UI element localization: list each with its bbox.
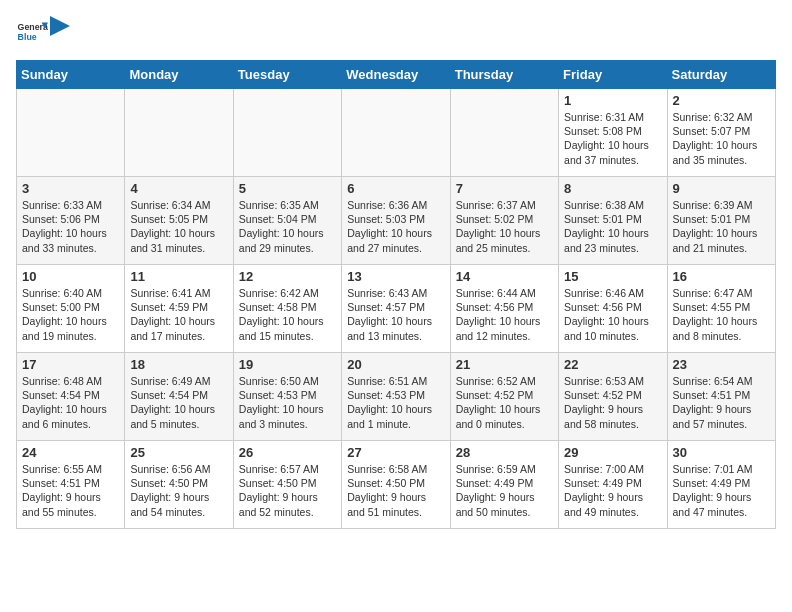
day-detail: and 33 minutes. — [22, 241, 119, 255]
day-detail: Sunrise: 6:43 AM — [347, 286, 444, 300]
calendar-cell: 29Sunrise: 7:00 AMSunset: 4:49 PMDayligh… — [559, 441, 667, 529]
day-detail: Sunset: 4:49 PM — [456, 476, 553, 490]
day-detail: Sunset: 5:00 PM — [22, 300, 119, 314]
day-number: 20 — [347, 357, 444, 372]
day-detail: Daylight: 9 hours — [239, 490, 336, 504]
svg-text:Blue: Blue — [18, 32, 37, 42]
day-detail: Sunrise: 6:58 AM — [347, 462, 444, 476]
day-detail: Daylight: 10 hours — [564, 138, 661, 152]
day-number: 18 — [130, 357, 227, 372]
calendar-cell: 8Sunrise: 6:38 AMSunset: 5:01 PMDaylight… — [559, 177, 667, 265]
day-number: 15 — [564, 269, 661, 284]
day-detail: Sunrise: 6:51 AM — [347, 374, 444, 388]
day-detail: Sunrise: 6:42 AM — [239, 286, 336, 300]
calendar-week-4: 17Sunrise: 6:48 AMSunset: 4:54 PMDayligh… — [17, 353, 776, 441]
logo-icon: General Blue — [16, 16, 48, 48]
day-detail: and 49 minutes. — [564, 505, 661, 519]
calendar-cell: 18Sunrise: 6:49 AMSunset: 4:54 PMDayligh… — [125, 353, 233, 441]
day-detail: Sunset: 4:56 PM — [564, 300, 661, 314]
day-detail: Sunset: 5:01 PM — [564, 212, 661, 226]
day-detail: Sunrise: 6:59 AM — [456, 462, 553, 476]
day-number: 10 — [22, 269, 119, 284]
day-detail: and 55 minutes. — [22, 505, 119, 519]
calendar-cell: 25Sunrise: 6:56 AMSunset: 4:50 PMDayligh… — [125, 441, 233, 529]
day-detail: Sunrise: 6:41 AM — [130, 286, 227, 300]
calendar-cell — [233, 89, 341, 177]
calendar-week-5: 24Sunrise: 6:55 AMSunset: 4:51 PMDayligh… — [17, 441, 776, 529]
calendar-cell: 2Sunrise: 6:32 AMSunset: 5:07 PMDaylight… — [667, 89, 775, 177]
day-detail: Sunset: 4:50 PM — [239, 476, 336, 490]
day-number: 30 — [673, 445, 770, 460]
calendar-cell: 12Sunrise: 6:42 AMSunset: 4:58 PMDayligh… — [233, 265, 341, 353]
day-detail: and 37 minutes. — [564, 153, 661, 167]
day-detail: and 10 minutes. — [564, 329, 661, 343]
day-detail: Sunset: 4:52 PM — [564, 388, 661, 402]
page-header: General Blue — [16, 16, 776, 48]
day-detail: and 58 minutes. — [564, 417, 661, 431]
day-detail: Daylight: 10 hours — [22, 226, 119, 240]
calendar-cell: 6Sunrise: 6:36 AMSunset: 5:03 PMDaylight… — [342, 177, 450, 265]
day-detail: Sunset: 5:05 PM — [130, 212, 227, 226]
calendar-cell: 1Sunrise: 6:31 AMSunset: 5:08 PMDaylight… — [559, 89, 667, 177]
calendar-cell: 15Sunrise: 6:46 AMSunset: 4:56 PMDayligh… — [559, 265, 667, 353]
calendar-table: SundayMondayTuesdayWednesdayThursdayFrid… — [16, 60, 776, 529]
day-detail: Sunset: 4:52 PM — [456, 388, 553, 402]
day-detail: Sunset: 4:50 PM — [130, 476, 227, 490]
day-detail: Sunrise: 6:35 AM — [239, 198, 336, 212]
calendar-week-1: 1Sunrise: 6:31 AMSunset: 5:08 PMDaylight… — [17, 89, 776, 177]
weekday-header-wednesday: Wednesday — [342, 61, 450, 89]
day-detail: Sunset: 4:57 PM — [347, 300, 444, 314]
day-detail: Daylight: 10 hours — [22, 402, 119, 416]
day-number: 9 — [673, 181, 770, 196]
day-detail: and 51 minutes. — [347, 505, 444, 519]
day-detail: Daylight: 10 hours — [130, 314, 227, 328]
day-detail: Sunset: 4:53 PM — [239, 388, 336, 402]
calendar-cell: 4Sunrise: 6:34 AMSunset: 5:05 PMDaylight… — [125, 177, 233, 265]
calendar-cell: 16Sunrise: 6:47 AMSunset: 4:55 PMDayligh… — [667, 265, 775, 353]
day-detail: Sunrise: 6:48 AM — [22, 374, 119, 388]
day-detail: and 3 minutes. — [239, 417, 336, 431]
day-detail: Daylight: 10 hours — [347, 314, 444, 328]
day-number: 8 — [564, 181, 661, 196]
day-detail: Daylight: 9 hours — [347, 490, 444, 504]
day-detail: and 23 minutes. — [564, 241, 661, 255]
calendar-week-2: 3Sunrise: 6:33 AMSunset: 5:06 PMDaylight… — [17, 177, 776, 265]
day-detail: and 50 minutes. — [456, 505, 553, 519]
day-detail: Sunset: 4:49 PM — [564, 476, 661, 490]
logo: General Blue — [16, 16, 70, 48]
day-detail: Sunrise: 6:36 AM — [347, 198, 444, 212]
day-detail: Sunrise: 6:46 AM — [564, 286, 661, 300]
day-number: 12 — [239, 269, 336, 284]
day-detail: Sunrise: 6:37 AM — [456, 198, 553, 212]
calendar-cell: 13Sunrise: 6:43 AMSunset: 4:57 PMDayligh… — [342, 265, 450, 353]
day-detail: Sunset: 4:51 PM — [673, 388, 770, 402]
day-detail: and 35 minutes. — [673, 153, 770, 167]
calendar-cell — [342, 89, 450, 177]
calendar-cell: 21Sunrise: 6:52 AMSunset: 4:52 PMDayligh… — [450, 353, 558, 441]
day-detail: Daylight: 10 hours — [673, 314, 770, 328]
calendar-cell: 30Sunrise: 7:01 AMSunset: 4:49 PMDayligh… — [667, 441, 775, 529]
calendar-cell: 7Sunrise: 6:37 AMSunset: 5:02 PMDaylight… — [450, 177, 558, 265]
day-detail: and 6 minutes. — [22, 417, 119, 431]
day-number: 11 — [130, 269, 227, 284]
day-detail: Sunset: 4:58 PM — [239, 300, 336, 314]
day-detail: Sunset: 4:54 PM — [22, 388, 119, 402]
day-detail: and 47 minutes. — [673, 505, 770, 519]
logo-flag-icon — [50, 16, 70, 44]
day-detail: Sunset: 4:56 PM — [456, 300, 553, 314]
day-detail: Daylight: 9 hours — [564, 402, 661, 416]
day-number: 22 — [564, 357, 661, 372]
day-detail: and 13 minutes. — [347, 329, 444, 343]
day-number: 29 — [564, 445, 661, 460]
calendar-cell: 22Sunrise: 6:53 AMSunset: 4:52 PMDayligh… — [559, 353, 667, 441]
day-detail: Sunrise: 7:01 AM — [673, 462, 770, 476]
calendar-cell: 28Sunrise: 6:59 AMSunset: 4:49 PMDayligh… — [450, 441, 558, 529]
day-number: 26 — [239, 445, 336, 460]
day-detail: Daylight: 10 hours — [564, 314, 661, 328]
day-number: 19 — [239, 357, 336, 372]
day-detail: Daylight: 10 hours — [673, 226, 770, 240]
day-number: 25 — [130, 445, 227, 460]
calendar-cell: 17Sunrise: 6:48 AMSunset: 4:54 PMDayligh… — [17, 353, 125, 441]
calendar-header: SundayMondayTuesdayWednesdayThursdayFrid… — [17, 61, 776, 89]
day-detail: Sunrise: 6:39 AM — [673, 198, 770, 212]
